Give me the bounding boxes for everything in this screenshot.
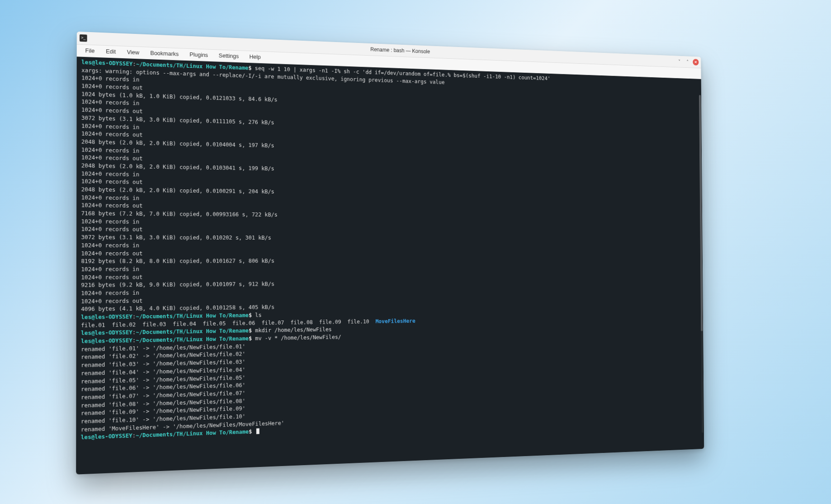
menu-help[interactable]: Help: [245, 52, 265, 61]
scrollbar[interactable]: [699, 95, 704, 433]
maximize-button[interactable]: [685, 58, 690, 65]
konsole-window: Rename : bash — Konsole File Edit View B…: [76, 31, 704, 474]
menu-file[interactable]: File: [80, 46, 99, 55]
titlebar[interactable]: Rename : bash — Konsole: [77, 31, 701, 68]
minimize-button[interactable]: [676, 58, 682, 65]
menu-view[interactable]: View: [122, 47, 144, 57]
menubar: File Edit View Bookmarks Plugins Setting…: [77, 44, 701, 79]
menu-settings[interactable]: Settings: [214, 51, 243, 61]
menu-plugins[interactable]: Plugins: [185, 50, 212, 60]
scrollbar-thumb[interactable]: [699, 95, 703, 331]
window-controls: [676, 58, 699, 65]
menu-bookmarks[interactable]: Bookmarks: [146, 48, 183, 59]
terminal-output[interactable]: les@les-ODYSSEY:~/Documents/TH/Linux How…: [79, 57, 702, 474]
terminal-icon: [80, 34, 87, 42]
menu-edit[interactable]: Edit: [101, 47, 121, 56]
terminal[interactable]: les@les-ODYSSEY:~/Documents/TH/Linux How…: [76, 57, 704, 474]
window-title: Rename : bash — Konsole: [91, 35, 676, 64]
close-button[interactable]: [693, 59, 699, 66]
